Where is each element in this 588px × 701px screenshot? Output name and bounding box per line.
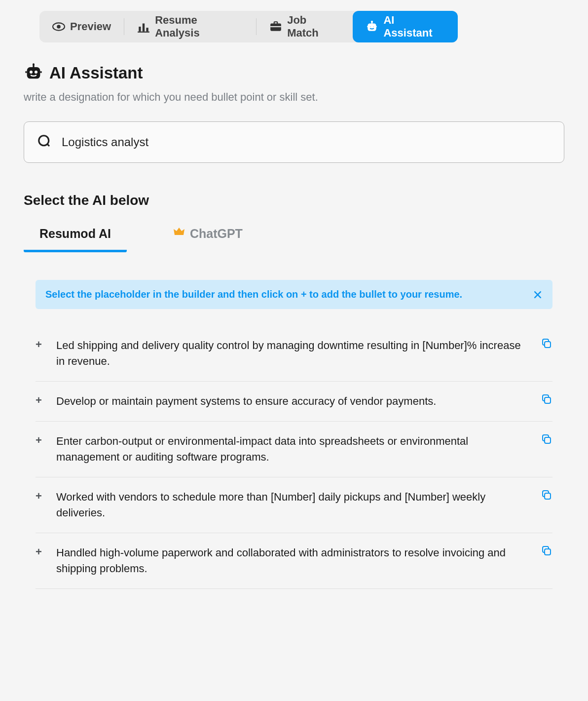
- bullet-row: + Led shipping and delivery quality cont…: [36, 326, 552, 382]
- copy-icon[interactable]: [541, 545, 552, 557]
- copy-icon[interactable]: [541, 393, 552, 405]
- tab-label: Resume Analysis: [155, 14, 243, 39]
- svg-rect-29: [545, 549, 551, 555]
- tab-resume-analysis[interactable]: Resume Analysis: [124, 11, 256, 42]
- svg-point-15: [30, 71, 33, 74]
- svg-point-11: [371, 21, 372, 22]
- eye-icon: [52, 20, 65, 33]
- copy-icon[interactable]: [541, 433, 552, 445]
- tab-label: Job Match: [287, 14, 340, 39]
- bullet-text: Enter carbon-output or environmental-imp…: [56, 433, 529, 465]
- ai-tab-resumod[interactable]: Resumod AI: [24, 226, 127, 252]
- bullet-text: Worked with vendors to schedule more tha…: [56, 489, 529, 521]
- add-bullet-button[interactable]: +: [36, 338, 44, 351]
- crown-icon: [173, 226, 185, 241]
- add-bullet-button[interactable]: +: [36, 545, 44, 559]
- robot-icon: [24, 62, 43, 84]
- close-hint-button[interactable]: [533, 290, 543, 300]
- bullet-row: + Develop or maintain payment systems to…: [36, 382, 552, 422]
- designation-input[interactable]: [62, 135, 551, 149]
- tab-label: AI Assistant: [383, 14, 445, 39]
- robot-icon: [366, 20, 378, 33]
- bullet-row: + Worked with vendors to schedule more t…: [36, 477, 552, 533]
- hint-text: Select the placeholder in the builder an…: [45, 289, 462, 300]
- ai-tabs: Resumod AI ChatGPT: [24, 226, 564, 252]
- page-header: AI Assistant: [24, 62, 564, 84]
- svg-point-9: [373, 26, 374, 27]
- hint-banner: Select the placeholder in the builder an…: [36, 280, 552, 309]
- page-title: AI Assistant: [49, 64, 143, 82]
- svg-rect-26: [545, 397, 551, 403]
- add-bullet-button[interactable]: +: [36, 433, 44, 447]
- ai-tab-label: Resumod AI: [39, 227, 111, 241]
- svg-rect-6: [270, 26, 281, 27]
- tab-job-match[interactable]: Job Match: [257, 11, 353, 42]
- search-container: [24, 121, 564, 163]
- tab-label: Preview: [70, 20, 111, 33]
- svg-rect-27: [545, 437, 551, 443]
- page-subtitle: write a designation for which you need b…: [24, 91, 564, 104]
- ai-tab-label: ChatGPT: [190, 227, 243, 241]
- svg-point-18: [33, 63, 35, 65]
- main-tab-bar: Preview Resume Analysis Job Match AI Ass…: [39, 11, 458, 42]
- briefcase-icon: [269, 20, 282, 33]
- add-bullet-button[interactable]: +: [36, 393, 44, 407]
- svg-line-22: [47, 144, 49, 146]
- select-ai-title: Select the AI below: [24, 193, 564, 208]
- bar-chart-icon: [137, 20, 150, 33]
- results-area: Select the placeholder in the builder an…: [24, 280, 564, 589]
- bullet-text: Handled high-volume paperwork and collab…: [56, 545, 529, 577]
- bullet-row: + Handled high-volume paperwork and coll…: [36, 533, 552, 589]
- tab-preview[interactable]: Preview: [39, 11, 124, 42]
- copy-icon[interactable]: [541, 489, 552, 501]
- search-icon: [37, 134, 52, 151]
- svg-rect-2: [139, 27, 141, 32]
- bullet-row: + Enter carbon-output or environmental-i…: [36, 422, 552, 477]
- tab-ai-assistant[interactable]: AI Assistant: [353, 11, 458, 42]
- ai-tab-chatgpt[interactable]: ChatGPT: [157, 226, 258, 252]
- svg-point-1: [57, 25, 61, 29]
- bullet-text: Develop or maintain payment systems to e…: [56, 393, 529, 409]
- svg-rect-25: [545, 342, 551, 348]
- svg-rect-14: [27, 67, 40, 78]
- copy-icon[interactable]: [541, 338, 552, 350]
- svg-point-8: [370, 26, 371, 27]
- svg-point-16: [35, 71, 37, 74]
- svg-rect-5: [138, 32, 149, 33]
- svg-rect-28: [545, 493, 551, 499]
- add-bullet-button[interactable]: +: [36, 489, 44, 503]
- bullet-text: Led shipping and delivery quality contro…: [56, 338, 529, 369]
- svg-rect-3: [143, 24, 145, 32]
- svg-rect-4: [147, 28, 148, 32]
